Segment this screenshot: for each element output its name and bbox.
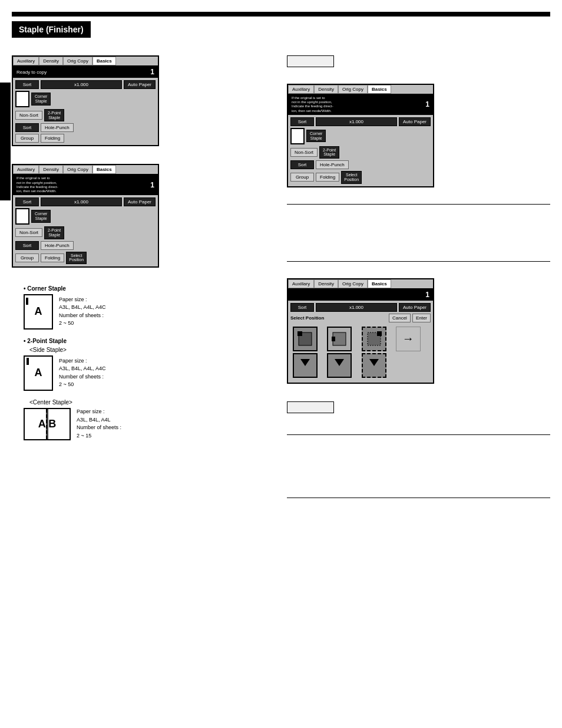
sort-btn2-2[interactable]: Sort — [290, 160, 314, 169]
cancel-btn-4[interactable]: Cancel — [389, 314, 411, 322]
non-sort-btn-2[interactable]: Non-Sort — [290, 148, 318, 157]
svg-rect-3 — [332, 337, 335, 341]
ctrl-row-3-4: Sort Hole-Punch — [15, 241, 156, 250]
center-staple-diagram: A B Paper size : A3L, B4L, A4L Number of… — [24, 408, 275, 440]
status-num-2: 1 — [425, 100, 429, 108]
folding-btn-1[interactable]: Folding — [41, 134, 64, 143]
folding-btn-2[interactable]: Folding — [316, 173, 339, 182]
sort-btn-3[interactable]: Sort — [15, 197, 39, 206]
corner-staple-btn-2[interactable]: Corner Staple — [306, 130, 326, 142]
tab-origcopy-2[interactable]: Orig Copy — [338, 85, 368, 94]
magnify-btn-3[interactable]: x1.000 — [41, 197, 122, 206]
center-staple-sub-label: <Center Staple> — [29, 399, 275, 406]
status-text-1: Ready to copy — [16, 70, 47, 75]
pos-item-2[interactable] — [327, 327, 352, 351]
hole-punch-btn-2[interactable]: Hole-Punch — [316, 160, 349, 169]
panel4-status: 1 — [288, 289, 433, 301]
group-btn-3[interactable]: Group — [15, 253, 39, 262]
non-sort-btn-3[interactable]: Non-Sort — [15, 228, 42, 237]
sort-btn-4[interactable]: Sort — [290, 303, 314, 312]
two-point-btn-1[interactable]: 2-Point Staple — [44, 109, 64, 121]
hole-punch-btn-3[interactable]: Hole-Punch — [41, 241, 74, 250]
staple-section: • Corner Staple A Paper size : A3L, B4L,… — [12, 285, 275, 449]
ctrl-row-3-3: Non-Sort 2-Point Staple — [15, 226, 156, 239]
ctrl-row-4: Sort Hole-Punch — [15, 123, 156, 132]
top-header-bar — [12, 12, 550, 17]
copier-panel-3: Auxillary Density Orig Copy Basics If th… — [12, 164, 159, 268]
auto-paper-btn-3[interactable]: Auto Paper — [124, 197, 156, 206]
small-label-1 — [287, 55, 334, 67]
corner-staple-btn-3[interactable]: Corner Staple — [31, 210, 51, 222]
sort-btn-1[interactable]: Sort — [15, 80, 39, 89]
tab-origcopy-3[interactable]: Orig Copy — [63, 165, 92, 174]
title-text: Staple (Finisher) — [19, 25, 84, 34]
non-sort-btn-1[interactable]: Non-Sort — [15, 111, 42, 120]
tab-density-1[interactable]: Density — [39, 57, 63, 65]
magnify-btn-1[interactable]: x1.000 — [41, 80, 122, 89]
center-staple-info: Paper size : A3L, B4L, A4L Number of she… — [77, 408, 121, 440]
auto-paper-btn-2[interactable]: Auto Paper — [399, 117, 431, 126]
corner-staple-mark — [26, 298, 28, 305]
ctrl-row-2: Corner Staple — [15, 91, 156, 107]
tab-auxillary-1[interactable]: Auxillary — [13, 57, 39, 65]
group-btn-1[interactable]: Group — [15, 134, 39, 143]
paper-icon-1 — [15, 91, 29, 107]
ctrl-row-1: Sort x1.000 Auto Paper — [15, 80, 156, 89]
left-column: Auxillary Density Orig Copy Basics Ready… — [12, 55, 275, 503]
tab-auxillary-4[interactable]: Auxillary — [288, 279, 314, 288]
tab-density-2[interactable]: Density — [314, 85, 338, 94]
divider-3 — [287, 434, 550, 435]
hole-punch-btn-1[interactable]: Hole-Punch — [41, 123, 74, 132]
panel4-controls: Sort x1.000 Auto Paper Select Position C… — [288, 301, 433, 383]
tab-density-3[interactable]: Density — [39, 165, 63, 174]
tab-auxillary-3[interactable]: Auxillary — [13, 165, 39, 174]
pos-item-3[interactable] — [362, 327, 386, 351]
sort-btn-2[interactable]: Sort — [290, 117, 314, 126]
pos-item-1[interactable] — [293, 327, 318, 351]
tab-basics-1[interactable]: Basics — [92, 57, 116, 65]
sort-btn2-3[interactable]: Sort — [15, 241, 39, 250]
pos-arrow-right: → — [396, 327, 421, 351]
pos-item-5[interactable] — [327, 353, 352, 378]
corner-staple-btn-1[interactable]: Corner Staple — [31, 93, 51, 105]
group-btn-2[interactable]: Group — [290, 173, 314, 182]
ctrl-row-2-4: Sort Hole-Punch — [290, 160, 431, 169]
magnify-btn-2[interactable]: x1.000 — [316, 117, 397, 126]
center-staple-item: <Center Staple> A B Paper size : A3L, B4… — [24, 399, 275, 440]
note-area-1 — [287, 221, 550, 239]
pos-triangle-3 — [369, 359, 379, 366]
panel1-controls: Sort x1.000 Auto Paper Corner Staple Non… — [13, 78, 158, 145]
pos-item-4[interactable] — [293, 353, 318, 378]
divider-2 — [287, 261, 550, 262]
tab-basics-4[interactable]: Basics — [368, 279, 391, 288]
panel2-controls: Sort x1.000 Auto Paper Corner Staple Non… — [288, 115, 433, 186]
tab-origcopy-1[interactable]: Orig Copy — [63, 57, 92, 65]
tab-density-4[interactable]: Density — [314, 279, 338, 288]
panel3-tabs: Auxillary Density Orig Copy Basics — [13, 165, 158, 174]
tab-basics-2[interactable]: Basics — [368, 85, 391, 94]
folding-btn-3[interactable]: Folding — [41, 253, 64, 262]
tab-auxillary-2[interactable]: Auxillary — [288, 85, 314, 94]
ctrl-row-4-2: Select Position Cancel Enter — [290, 314, 431, 322]
two-point-btn-2[interactable]: 2-Point Staple — [319, 146, 339, 159]
auto-paper-btn-1[interactable]: Auto Paper — [124, 80, 156, 89]
select-pos-btn-2[interactable]: Select Position — [341, 171, 362, 183]
two-point-staple-mark — [27, 358, 29, 365]
ctrl-row-2-1: Sort x1.000 Auto Paper — [290, 117, 431, 126]
corner-staple-diagram: A Paper size : A3L, B4L, A4L, A4C Number… — [24, 294, 275, 330]
panel2-status: If the original is set to not in the upr… — [288, 94, 433, 115]
pos-item-6[interactable] — [362, 353, 386, 378]
status-text-3: If the original is set to not in the upr… — [16, 176, 58, 193]
tab-origcopy-4[interactable]: Orig Copy — [338, 279, 368, 288]
status-text-2: If the original is set to not in the upr… — [292, 96, 333, 113]
ctrl-row-3: Non-Sort 2-Point Staple — [15, 109, 156, 121]
select-pos-btn-3[interactable]: Select Position — [66, 252, 87, 264]
two-point-btn-3[interactable]: 2-Point Staple — [44, 226, 64, 239]
auto-paper-btn-4[interactable]: Auto Paper — [399, 303, 431, 312]
enter-btn-4[interactable]: Enter — [412, 314, 431, 322]
tab-basics-3[interactable]: Basics — [92, 165, 116, 174]
main-content: Auxillary Density Orig Copy Basics Ready… — [12, 55, 550, 503]
magnify-btn-4[interactable]: x1.000 — [316, 303, 397, 312]
center-staple-mark — [46, 409, 48, 439]
sort-btn2-1[interactable]: Sort — [15, 123, 39, 132]
